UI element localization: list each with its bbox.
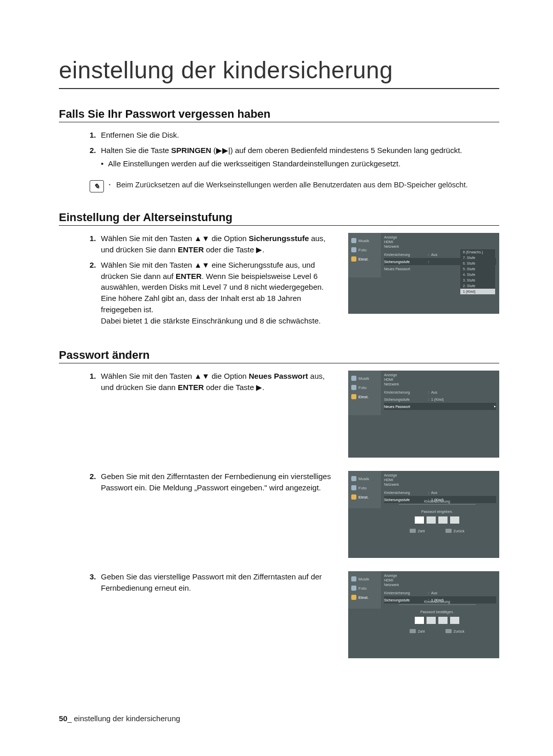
step-text: Geben Sie das vierstellige Passwort mit … <box>101 571 339 594</box>
menu-hdmi[interactable]: HDMI <box>384 240 496 244</box>
sidebar-item-foto[interactable]: Foto <box>348 245 381 254</box>
option-sicherungsstufe[interactable]: Sicherungsstufe:1 (Kind) <box>384 396 496 403</box>
text: Zahl <box>418 630 425 633</box>
text: Kindersicherung <box>384 491 426 494</box>
text: Zahl <box>418 529 425 533</box>
sidebar-item-foto[interactable]: Foto <box>348 483 381 492</box>
menu-anzeige[interactable]: Anzeige <box>384 573 496 578</box>
dropdown-option[interactable]: 8 (Erwachs.) <box>460 249 495 255</box>
text: : <box>426 260 431 264</box>
text: Kindersicherung <box>384 591 426 595</box>
sidebar-item-music[interactable]: Musik <box>348 374 381 383</box>
password-input-boxes[interactable] <box>378 617 496 624</box>
menu-netzwerk[interactable]: Netzwerk <box>384 382 496 386</box>
dropdown-option[interactable]: 7. Stufe <box>460 255 495 261</box>
device-sidebar: Musik Foto Einst. <box>348 233 381 277</box>
device-sidebar: Musik Foto Einst. <box>348 571 381 609</box>
text: : <box>426 491 431 494</box>
dropdown-option-selected[interactable]: 1 (Kind) <box>460 289 495 294</box>
sidebar-item-music[interactable]: Musik <box>348 236 381 245</box>
text: Eine höhere Zahl gibt an, dass der Inhal… <box>101 294 301 314</box>
menu-anzeige[interactable]: Anzeige <box>384 235 496 240</box>
password-digit-box[interactable] <box>438 617 448 624</box>
sidebar-item-music[interactable]: Musik <box>348 574 381 584</box>
dropdown-option[interactable]: 3. Stufe <box>460 277 495 283</box>
page-footer: 50_ einstellung der kindersicherung <box>59 714 180 723</box>
page-title: einstellung der kindersicherung <box>59 56 499 84</box>
step-number: 2. <box>90 471 101 493</box>
gear-icon <box>351 256 356 262</box>
photo-icon <box>351 586 356 591</box>
dropdown-option[interactable]: 2. Stufe <box>460 283 495 289</box>
password-digit-box[interactable] <box>415 516 424 524</box>
text-bold: SPRINGEN <box>171 146 211 155</box>
screenshot-password-confirm: Musik Foto Einst. Anzeige HDMI Netzwerk … <box>348 571 499 658</box>
sidebar-item-settings[interactable]: Einst. <box>348 492 381 502</box>
dropdown-option[interactable]: 5. Stufe <box>460 266 495 272</box>
music-icon <box>351 476 356 481</box>
hint-number: Zahl <box>410 529 425 533</box>
password-input-boxes[interactable] <box>378 516 496 524</box>
text: 1 (Kind) <box>431 398 467 401</box>
text: : <box>426 398 431 401</box>
menu-hdmi[interactable]: HDMI <box>384 578 496 582</box>
menu-hdmi[interactable]: HDMI <box>384 377 496 382</box>
sidebar-item-foto[interactable]: Foto <box>348 584 381 593</box>
note-icon: ✎ <box>90 180 104 192</box>
text: Musik <box>358 239 369 243</box>
menu-hdmi[interactable]: HDMI <box>384 478 496 482</box>
text: Kindersicherung <box>384 391 426 394</box>
gear-icon <box>351 494 356 500</box>
age-rating-steps: 1. Wählen Sie mit den Tasten ▲▼ die Opti… <box>90 233 348 330</box>
password-digit-box[interactable] <box>438 516 448 524</box>
text: (▶▶|) auf dem oberen Bedienfeld mindeste… <box>211 146 462 155</box>
menu-anzeige[interactable]: Anzeige <box>384 473 496 478</box>
text: Foto <box>358 486 367 490</box>
password-digit-box[interactable] <box>427 617 436 624</box>
text: Wählen Sie mit den Tasten ▲▼ die Option <box>101 234 249 243</box>
sidebar-item-music[interactable]: Musik <box>348 474 381 483</box>
hint-number: Zahl <box>410 629 425 633</box>
dropdown-option[interactable]: 6. Stufe <box>460 261 495 266</box>
dropdown-option[interactable]: 4. Stufe <box>460 272 495 277</box>
menu-netzwerk[interactable]: Netzwerk <box>384 244 496 249</box>
password-dialog: Kindersicherung Passwort eingeben. Zahl … <box>378 499 496 533</box>
password-digit-box[interactable] <box>415 617 424 624</box>
text-bold: Neues Passwort <box>249 372 308 380</box>
forgot-password-steps: 1. Entfernen Sie die Disk. 2. Halten Sie… <box>90 129 499 169</box>
music-icon <box>351 576 356 581</box>
dialog-title: Kindersicherung <box>399 600 476 605</box>
return-icon <box>445 529 452 533</box>
password-dialog: Kindersicherung Passwort bestätigen. Zah… <box>378 599 496 633</box>
rating-dropdown[interactable]: 8 (Erwachs.) 7. Stufe 6. Stufe 5. Stufe … <box>460 249 495 294</box>
text-bold: ENTER <box>178 383 204 392</box>
text: Foto <box>358 586 367 591</box>
step-number: 3. <box>90 571 101 594</box>
password-digit-box[interactable] <box>450 617 459 624</box>
menu-anzeige[interactable]: Anzeige <box>384 373 496 377</box>
section-heading-age-rating: Einstellung der Alterseinstufung <box>59 211 499 224</box>
option-neues-passwort[interactable]: Neues Passwort▸ <box>384 403 496 410</box>
sidebar-item-settings[interactable]: Einst. <box>348 254 381 264</box>
text: : <box>426 591 431 595</box>
text: Neues Passwort <box>384 267 426 271</box>
photo-icon <box>351 485 356 490</box>
music-icon <box>351 376 356 381</box>
section-heading-forgot-password: Falls Sie Ihr Passwort vergessen haben <box>59 107 499 121</box>
password-digit-box[interactable] <box>427 516 436 524</box>
option-kindersicherung[interactable]: Kindersicherung:Aus <box>384 489 496 496</box>
password-digit-box[interactable] <box>450 516 459 524</box>
sidebar-item-settings[interactable]: Einst. <box>348 392 381 401</box>
sidebar-item-settings[interactable]: Einst. <box>348 593 381 602</box>
option-kindersicherung[interactable]: Kindersicherung:Aus <box>384 388 496 396</box>
text: Einst. <box>358 257 369 262</box>
sidebar-item-foto[interactable]: Foto <box>348 383 381 392</box>
text: Dabei bietet 1 die stärkste Einschränkun… <box>101 316 321 325</box>
device-sidebar: Musik Foto Einst. <box>348 471 381 508</box>
change-password-step2: 2. Geben Sie mit den Zifferntasten der F… <box>90 471 348 558</box>
menu-netzwerk[interactable]: Netzwerk <box>384 582 496 587</box>
text: Musik <box>358 577 369 581</box>
text: Wählen Sie mit den Tasten ▲▼ die Option <box>101 372 249 380</box>
option-kindersicherung[interactable]: Kindersicherung:Aus <box>384 589 496 596</box>
menu-netzwerk[interactable]: Netzwerk <box>384 482 496 487</box>
